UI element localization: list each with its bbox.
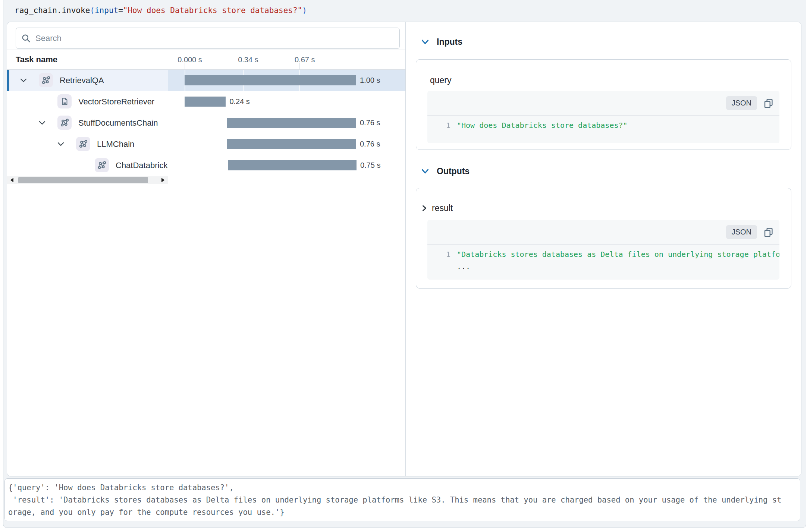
code-token: ) (302, 6, 307, 15)
result-code-block: JSON 1 "Databricks stores databases as D… (427, 220, 779, 280)
line-number: 1 (441, 119, 450, 131)
result-toggle[interactable]: result (422, 203, 453, 213)
inputs-section-title: Inputs (437, 37, 462, 47)
scroll-left-icon[interactable] (7, 176, 17, 184)
span-name-cell: ChatDatabricks (7, 155, 168, 176)
span-name-cell: LLMChain (7, 133, 168, 155)
axis-tick-label: 0.000 s (178, 50, 202, 69)
tree-horizontal-scrollbar[interactable] (7, 176, 168, 184)
span-name: StuffDocumentsChain (78, 112, 158, 133)
outputs-section-title: Outputs (437, 166, 470, 176)
search-input[interactable]: Search (16, 28, 400, 49)
code-token: rag_chain.invoke (15, 6, 90, 15)
span-name-cell: RetrievalQA (7, 70, 168, 91)
span-row-RetrievalQA[interactable]: RetrievalQA1.00 s (7, 70, 406, 91)
query-code-line: 1 "How does Databricks store databases?" (427, 119, 779, 131)
outputs-card: result JSON 1 "Databricks stores databas… (416, 188, 791, 289)
copy-icon[interactable] (763, 227, 774, 238)
span-row-VectorStoreRetriever[interactable]: VectorStoreRetriever0.24 s (7, 91, 406, 112)
duration-bar[interactable] (228, 160, 357, 170)
json-format-button[interactable]: JSON (726, 225, 757, 239)
chevron-down-icon (421, 39, 429, 45)
search-placeholder: Search (35, 34, 62, 43)
inputs-card: query JSON 1 "How does Databricks store … (416, 59, 791, 150)
duration-bar[interactable] (227, 139, 356, 149)
chain-icon (76, 137, 90, 151)
line-number: 1 (441, 248, 450, 260)
axis-tick-mark (299, 63, 300, 69)
span-name: ChatDatabricks (116, 155, 168, 176)
chain-icon (39, 73, 53, 87)
code-token: ( (90, 6, 95, 15)
duration-label: 0.76 s (360, 133, 380, 155)
chevron-down-icon[interactable] (20, 70, 27, 91)
result-code-line: 1 "Databricks stores databases as Delta … (427, 248, 779, 260)
task-name-column-header: Task name (16, 50, 57, 69)
query-field-label: query (430, 75, 452, 85)
search-icon (21, 34, 31, 43)
span-row-ChatDatabricks[interactable]: ChatDatabricks0.75 s (7, 155, 406, 176)
chevron-down-icon[interactable] (39, 112, 45, 133)
axis-tick-mark (185, 63, 185, 69)
inputs-section-toggle[interactable]: Inputs (421, 36, 462, 47)
span-name-cell: StuffDocumentsChain (7, 112, 168, 133)
cell-output: {'query': 'How does Databricks store dat… (4, 478, 800, 521)
axis-tick-label: 0.34 s (238, 50, 258, 69)
axis-tick-label: 0.67 s (295, 50, 315, 69)
query-value: "How does Databricks store databases?" (457, 121, 628, 130)
document-icon (57, 94, 72, 108)
chevron-down-icon[interactable] (57, 133, 64, 155)
result-field-label: result (432, 203, 453, 213)
span-name: RetrievalQA (60, 70, 104, 91)
scrollbar-thumb[interactable] (18, 177, 148, 183)
code-token: "How does Databricks store databases?" (123, 6, 302, 15)
span-name: VectorStoreRetriever (78, 91, 154, 112)
span-row-LLMChain[interactable]: LLMChain0.76 s (7, 133, 406, 155)
duration-bar[interactable] (185, 97, 226, 107)
duration-label: 0.76 s (360, 112, 380, 133)
duration-label: 0.75 s (360, 155, 380, 176)
duration-label: 1.00 s (360, 70, 380, 91)
chain-icon (95, 158, 109, 172)
result-value: "Databricks stores databases as Delta fi… (457, 250, 779, 259)
duration-bar[interactable] (227, 118, 356, 128)
span-name-cell: VectorStoreRetriever (7, 91, 168, 112)
cell-output-text: {'query': 'How does Databricks store dat… (5, 479, 800, 519)
span-tree-pane: Search Task name 0.000 s0.34 s0.67 s Ret… (7, 22, 406, 476)
code-token: = (118, 6, 123, 15)
code-token: input (95, 6, 118, 15)
result-ellipsis-line: ... (427, 260, 779, 272)
code-line: rag_chain.invoke(input="How does Databri… (15, 0, 307, 21)
json-format-button[interactable]: JSON (726, 96, 757, 110)
span-rows: RetrievalQA1.00 sVectorStoreRetriever0.2… (7, 70, 406, 176)
chain-icon (57, 116, 72, 130)
span-row-StuffDocumentsChain[interactable]: StuffDocumentsChain0.76 s (7, 112, 406, 133)
duration-label: 0.24 s (229, 91, 249, 112)
axis-tick-mark (243, 63, 243, 69)
scroll-right-icon[interactable] (158, 176, 168, 184)
duration-bar[interactable] (185, 75, 356, 85)
outputs-section-toggle[interactable]: Outputs (421, 166, 470, 177)
span-details-pane: Inputs query JSON 1 "How does Databricks… (406, 22, 802, 476)
copy-icon[interactable] (763, 98, 774, 109)
span-name: LLMChain (97, 133, 134, 155)
timeline-header: Task name 0.000 s0.34 s0.67 s (7, 50, 406, 70)
query-code-block: JSON 1 "How does Databricks store databa… (427, 91, 779, 143)
trace-widget: Search Task name 0.000 s0.34 s0.67 s Ret… (7, 22, 801, 476)
notebook-cell: rag_chain.invoke(input="How does Databri… (3, 0, 806, 528)
chevron-down-icon (421, 169, 429, 174)
chevron-right-icon (422, 205, 427, 212)
